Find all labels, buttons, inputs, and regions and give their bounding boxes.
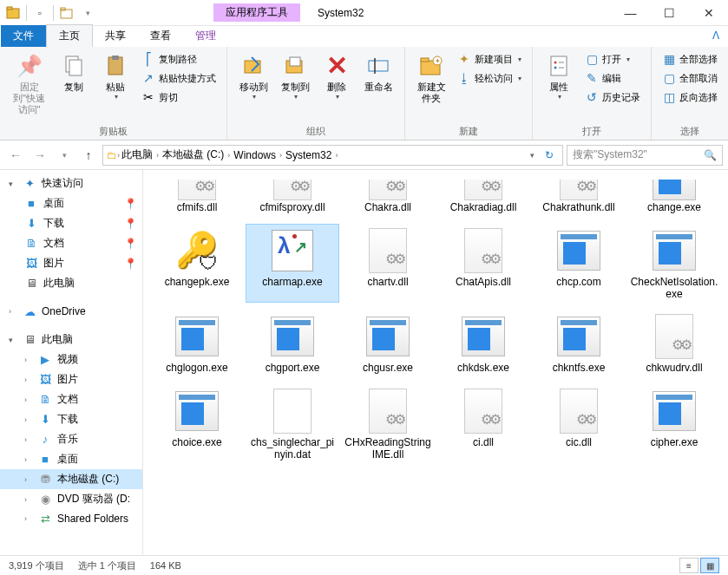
move-to-button[interactable]: 移动到▾ [234, 50, 272, 118]
pin-button[interactable]: 📌 固定到"快速访问" [7, 50, 51, 118]
navpane-pictures[interactable]: 🖼图片📍 [0, 253, 142, 273]
new-item-button[interactable]: ✦新建项目▾ [454, 50, 525, 68]
new-folder-button[interactable]: ✦ 新建文件夹 [412, 50, 450, 118]
cut-button[interactable]: ✂剪切 [138, 88, 220, 106]
file-item[interactable]: chs_singlechar_pinyin.dat [246, 384, 339, 464]
breadcrumb-drop-icon[interactable]: ▾ [525, 151, 540, 160]
file-item[interactable]: 🔑🛡changepk.exe [150, 224, 244, 304]
navpane-desktop[interactable]: ■桌面📍 [0, 193, 142, 213]
copy-to-button[interactable]: 复制到▾ [276, 50, 314, 118]
edit-button[interactable]: ✎编辑 [581, 69, 644, 87]
maximize-button[interactable]: ☐ [650, 1, 689, 25]
file-label: ChatApis.dll [456, 275, 511, 289]
qat-properties-icon[interactable]: ▫ [30, 3, 49, 23]
file-list[interactable]: cfmifs.dllcfmifsproxy.dllChakra.dllChakr… [143, 170, 728, 555]
tab-view[interactable]: 查看 [138, 25, 183, 47]
easy-access-button[interactable]: ⭳轻松访问▾ [454, 69, 525, 87]
breadcrumb-item[interactable]: 本地磁盘 (C:)› [161, 147, 232, 162]
navpane-videos[interactable]: ›▶视频 [0, 350, 142, 369]
file-item[interactable]: charmap.exe [246, 224, 339, 304]
file-item[interactable]: cfmifsproxy.dll [246, 177, 339, 217]
tab-manage[interactable]: 管理 [183, 25, 228, 47]
navpane-dvd[interactable]: ›◉DVD 驱动器 (D: [0, 489, 142, 509]
navpane-downloads[interactable]: ⬇下载📍 [0, 213, 142, 233]
file-item[interactable]: chgusr.exe [341, 310, 435, 377]
view-icons-button[interactable]: ▦ [700, 558, 719, 573]
navpane-pictures2[interactable]: ›🖼图片 [0, 369, 142, 389]
pin-icon: 📍 [124, 258, 137, 270]
qat-new-folder-icon[interactable] [57, 3, 76, 23]
file-item[interactable]: cic.dll [532, 384, 626, 464]
nav-back-button[interactable]: ← [5, 145, 26, 166]
breadcrumb-item[interactable]: Windows› [232, 149, 284, 161]
file-item[interactable]: ci.dll [436, 384, 530, 464]
navpane-onedrive[interactable]: ›☁OneDrive [0, 302, 142, 321]
file-item[interactable]: choice.exe [150, 384, 244, 464]
rename-button[interactable]: 重命名 [359, 50, 397, 118]
file-item[interactable]: chglogon.exe [150, 310, 244, 377]
history-button[interactable]: ↺历史记录 [581, 88, 644, 106]
file-item[interactable]: Chakrathunk.dll [532, 177, 626, 217]
file-item[interactable]: chcp.com [532, 224, 626, 304]
file-label: CheckNetIsolation.exe [630, 275, 718, 301]
paste-shortcut-button[interactable]: ↗粘贴快捷方式 [138, 69, 220, 87]
desktop-icon: ■ [38, 453, 52, 467]
invert-selection-button[interactable]: ◫反向选择 [659, 88, 721, 106]
file-item[interactable]: cipher.exe [627, 384, 721, 464]
file-item[interactable]: Chakra.dll [341, 177, 435, 217]
open-button[interactable]: ▢打开▾ [581, 50, 644, 68]
navpane-desktop2[interactable]: ›■桌面 [0, 449, 142, 469]
navpane-quick-access[interactable]: ▾✦快速访问 [0, 173, 142, 193]
nav-up-button[interactable]: ↑ [78, 145, 99, 166]
file-item[interactable]: chkwudrv.dll [627, 310, 721, 377]
pictures-icon: 🖼 [38, 373, 52, 387]
navpane-this-pc-q[interactable]: 🖥此电脑 [0, 273, 142, 293]
ribbon-group-organize: 移动到▾ 复制到▾ ✕ 删除▾ 重命名 组织 [227, 47, 405, 140]
close-button[interactable]: ✕ [689, 1, 728, 25]
breadcrumb-item[interactable]: 此电脑› [120, 147, 161, 162]
downloads-icon: ⬇ [24, 217, 38, 231]
nav-recent-button[interactable]: ▾ [54, 145, 75, 166]
file-item[interactable]: chgport.exe [246, 310, 339, 377]
navpane-this-pc[interactable]: ▾🖥此电脑 [0, 330, 142, 350]
file-item[interactable]: change.exe [627, 177, 721, 217]
file-item[interactable]: ChatApis.dll [436, 224, 530, 304]
minimize-button[interactable]: — [611, 1, 650, 25]
navpane-music[interactable]: ›♪音乐 [0, 429, 142, 449]
navpane-documents[interactable]: 🗎文档📍 [0, 233, 142, 253]
file-item[interactable]: chkdsk.exe [436, 310, 530, 377]
qat-customize-icon[interactable]: ▾ [78, 3, 97, 23]
navpane-shared[interactable]: ›⇄Shared Folders [0, 509, 142, 528]
group-label: 新建 [412, 123, 525, 138]
tab-home[interactable]: 主页 [46, 24, 93, 47]
statusbar: 3,919 个项目 选中 1 个项目 164 KB ≡ ▦ [0, 555, 728, 575]
search-input[interactable]: 搜索"System32" 🔍 [567, 145, 723, 166]
view-details-button[interactable]: ≡ [679, 558, 698, 573]
copy-button[interactable]: 复制 [55, 50, 93, 118]
navpane-downloads2[interactable]: ›⬇下载 [0, 409, 142, 429]
navpane-documents2[interactable]: ›🗎文档 [0, 389, 142, 409]
file-item[interactable]: CheckNetIsolation.exe [627, 224, 721, 304]
select-all-button[interactable]: ▦全部选择 [659, 50, 721, 68]
copy-path-button[interactable]: ⎡复制路径 [138, 50, 220, 68]
file-item[interactable]: Chakradiag.dll [436, 177, 530, 217]
refresh-button[interactable]: ↻ [540, 149, 559, 161]
tab-file[interactable]: 文件 [1, 25, 46, 47]
nav-forward-button[interactable]: → [30, 145, 50, 166]
file-item[interactable]: CHxReadingStringIME.dll [341, 384, 435, 464]
file-item[interactable]: chkntfs.exe [532, 310, 626, 377]
file-label: chglogon.exe [166, 361, 227, 375]
paste-button[interactable]: 粘贴 ▾ [96, 50, 134, 118]
file-item[interactable]: cfmifs.dll [150, 177, 244, 217]
navpane-local-disk[interactable]: ›⛃本地磁盘 (C:) [0, 469, 142, 489]
select-none-button[interactable]: ▢全部取消 [659, 69, 721, 87]
file-item[interactable]: chartv.dll [341, 224, 435, 304]
file-label: CHxReadingStringIME.dll [344, 435, 432, 461]
breadcrumb-item[interactable]: System32› [284, 149, 339, 161]
delete-button[interactable]: ✕ 删除▾ [318, 50, 356, 118]
file-icon [551, 387, 607, 435]
breadcrumb[interactable]: 🗀 › 此电脑› 本地磁盘 (C:)› Windows› System32› ▾… [102, 145, 563, 166]
collapse-ribbon-icon[interactable]: ᐱ [712, 29, 719, 42]
tab-share[interactable]: 共享 [93, 25, 138, 47]
properties-button[interactable]: 属性▾ [540, 50, 578, 118]
